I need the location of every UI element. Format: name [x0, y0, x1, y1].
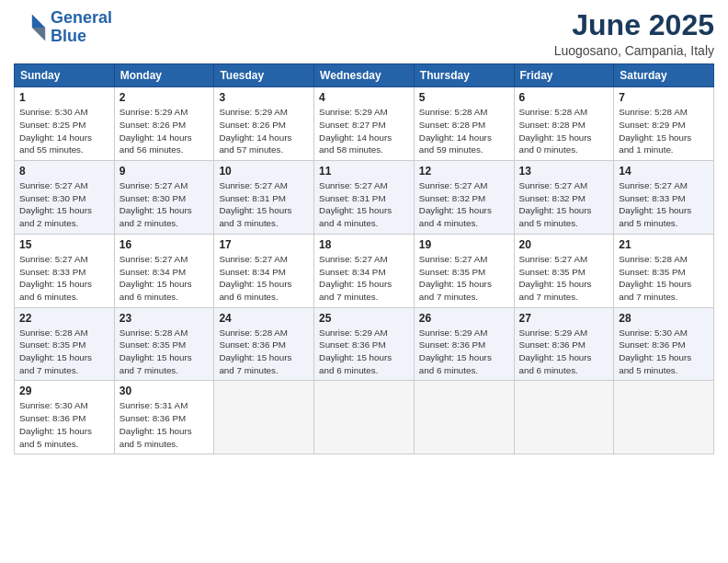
day-number: 28 [619, 312, 709, 325]
calendar-cell: 30Sunrise: 5:31 AM Sunset: 8:36 PM Dayli… [114, 381, 214, 454]
calendar-cell: 5Sunrise: 5:28 AM Sunset: 8:28 PM Daylig… [414, 87, 514, 161]
logo-icon [14, 11, 47, 44]
day-info: Sunrise: 5:29 AM Sunset: 8:36 PM Dayligh… [319, 327, 409, 377]
day-info: Sunrise: 5:27 AM Sunset: 8:34 PM Dayligh… [219, 253, 309, 304]
day-number: 4 [319, 91, 409, 104]
day-info: Sunrise: 5:30 AM Sunset: 8:25 PM Dayligh… [19, 106, 109, 156]
calendar-cell: 26Sunrise: 5:29 AM Sunset: 8:36 PM Dayli… [414, 307, 514, 381]
calendar-cell: 28Sunrise: 5:30 AM Sunset: 8:36 PM Dayli… [614, 307, 714, 381]
calendar-week-5: 29Sunrise: 5:30 AM Sunset: 8:36 PM Dayli… [15, 381, 714, 454]
day-number: 26 [419, 312, 509, 325]
day-number: 30 [119, 385, 210, 397]
calendar-header: SundayMondayTuesdayWednesdayThursdayFrid… [15, 64, 714, 87]
calendar-cell: 18Sunrise: 5:27 AM Sunset: 8:34 PM Dayli… [314, 234, 415, 307]
day-number: 1 [19, 91, 109, 104]
calendar-cell: 12Sunrise: 5:27 AM Sunset: 8:32 PM Dayli… [414, 161, 514, 235]
day-info: Sunrise: 5:28 AM Sunset: 8:28 PM Dayligh… [519, 106, 609, 156]
day-info: Sunrise: 5:28 AM Sunset: 8:28 PM Dayligh… [419, 106, 509, 156]
day-info: Sunrise: 5:27 AM Sunset: 8:30 PM Dayligh… [119, 179, 210, 230]
calendar-cell: 1Sunrise: 5:30 AM Sunset: 8:25 PM Daylig… [15, 87, 115, 161]
weekday-sunday: Sunday [15, 64, 115, 87]
calendar-week-1: 1Sunrise: 5:30 AM Sunset: 8:25 PM Daylig… [15, 87, 714, 161]
weekday-header-row: SundayMondayTuesdayWednesdayThursdayFrid… [15, 64, 714, 87]
day-number: 11 [319, 165, 409, 178]
calendar-cell: 4Sunrise: 5:29 AM Sunset: 8:27 PM Daylig… [314, 87, 415, 161]
weekday-friday: Friday [514, 64, 614, 87]
calendar-cell: 20Sunrise: 5:27 AM Sunset: 8:35 PM Dayli… [514, 234, 614, 307]
day-number: 19 [419, 238, 509, 251]
day-info: Sunrise: 5:27 AM Sunset: 8:32 PM Dayligh… [419, 179, 509, 230]
calendar-cell: 27Sunrise: 5:29 AM Sunset: 8:36 PM Dayli… [514, 307, 614, 381]
day-number: 15 [19, 238, 109, 251]
day-info: Sunrise: 5:27 AM Sunset: 8:31 PM Dayligh… [319, 179, 409, 230]
day-number: 14 [619, 165, 709, 178]
day-info: Sunrise: 5:27 AM Sunset: 8:35 PM Dayligh… [519, 253, 609, 304]
day-info: Sunrise: 5:29 AM Sunset: 8:27 PM Dayligh… [319, 106, 409, 156]
calendar-cell: 15Sunrise: 5:27 AM Sunset: 8:33 PM Dayli… [15, 234, 115, 307]
day-info: Sunrise: 5:28 AM Sunset: 8:36 PM Dayligh… [219, 327, 309, 377]
day-info: Sunrise: 5:27 AM Sunset: 8:34 PM Dayligh… [119, 253, 210, 304]
day-number: 6 [519, 91, 609, 104]
weekday-thursday: Thursday [414, 64, 514, 87]
day-number: 3 [219, 91, 309, 104]
month-title: June 2025 [554, 9, 714, 41]
svg-marker-0 [32, 14, 45, 27]
logo-line1: General [51, 8, 112, 27]
calendar-cell: 10Sunrise: 5:27 AM Sunset: 8:31 PM Dayli… [214, 161, 314, 235]
day-number: 2 [119, 91, 210, 104]
calendar-cell [314, 381, 415, 454]
calendar-cell: 24Sunrise: 5:28 AM Sunset: 8:36 PM Dayli… [214, 307, 314, 381]
weekday-tuesday: Tuesday [214, 64, 314, 87]
calendar-cell: 17Sunrise: 5:27 AM Sunset: 8:34 PM Dayli… [214, 234, 314, 307]
calendar-cell: 11Sunrise: 5:27 AM Sunset: 8:31 PM Dayli… [314, 161, 415, 235]
calendar-cell: 19Sunrise: 5:27 AM Sunset: 8:35 PM Dayli… [414, 234, 514, 307]
location-title: Luogosano, Campania, Italy [554, 43, 714, 58]
calendar-cell: 29Sunrise: 5:30 AM Sunset: 8:36 PM Dayli… [15, 381, 115, 454]
weekday-wednesday: Wednesday [314, 64, 415, 87]
day-number: 18 [319, 238, 409, 251]
calendar-cell: 16Sunrise: 5:27 AM Sunset: 8:34 PM Dayli… [114, 234, 214, 307]
day-info: Sunrise: 5:29 AM Sunset: 8:26 PM Dayligh… [119, 106, 210, 156]
weekday-saturday: Saturday [614, 64, 714, 87]
day-number: 9 [119, 165, 210, 178]
calendar-cell [614, 381, 714, 454]
calendar-cell: 22Sunrise: 5:28 AM Sunset: 8:35 PM Dayli… [15, 307, 115, 381]
calendar-body: 1Sunrise: 5:30 AM Sunset: 8:25 PM Daylig… [15, 87, 714, 454]
logo-line2: Blue [51, 27, 86, 45]
calendar-cell: 9Sunrise: 5:27 AM Sunset: 8:30 PM Daylig… [114, 161, 214, 235]
day-number: 7 [619, 91, 709, 104]
day-info: Sunrise: 5:27 AM Sunset: 8:34 PM Dayligh… [319, 253, 409, 304]
day-info: Sunrise: 5:27 AM Sunset: 8:33 PM Dayligh… [19, 253, 109, 304]
calendar-cell: 7Sunrise: 5:28 AM Sunset: 8:29 PM Daylig… [614, 87, 714, 161]
calendar-cell [214, 381, 314, 454]
day-info: Sunrise: 5:29 AM Sunset: 8:36 PM Dayligh… [519, 327, 609, 377]
day-number: 24 [219, 312, 309, 325]
calendar-week-2: 8Sunrise: 5:27 AM Sunset: 8:30 PM Daylig… [15, 161, 714, 235]
calendar-cell: 25Sunrise: 5:29 AM Sunset: 8:36 PM Dayli… [314, 307, 415, 381]
day-info: Sunrise: 5:29 AM Sunset: 8:36 PM Dayligh… [419, 327, 509, 377]
day-info: Sunrise: 5:28 AM Sunset: 8:35 PM Dayligh… [619, 253, 709, 304]
day-info: Sunrise: 5:27 AM Sunset: 8:33 PM Dayligh… [619, 179, 709, 230]
calendar-table: SundayMondayTuesdayWednesdayThursdayFrid… [14, 63, 714, 454]
calendar-cell [514, 381, 614, 454]
page: General Blue June 2025 Luogosano, Campan… [0, 0, 728, 563]
day-info: Sunrise: 5:30 AM Sunset: 8:36 PM Dayligh… [619, 327, 709, 377]
logo: General Blue [14, 9, 112, 46]
day-number: 17 [219, 238, 309, 251]
weekday-monday: Monday [114, 64, 214, 87]
day-number: 29 [19, 385, 109, 397]
calendar-cell: 2Sunrise: 5:29 AM Sunset: 8:26 PM Daylig… [114, 87, 214, 161]
day-number: 12 [419, 165, 509, 178]
header: General Blue June 2025 Luogosano, Campan… [14, 9, 714, 58]
day-number: 10 [219, 165, 309, 178]
day-info: Sunrise: 5:28 AM Sunset: 8:35 PM Dayligh… [119, 327, 210, 377]
day-number: 22 [19, 312, 109, 325]
calendar-cell: 13Sunrise: 5:27 AM Sunset: 8:32 PM Dayli… [514, 161, 614, 235]
calendar-cell: 14Sunrise: 5:27 AM Sunset: 8:33 PM Dayli… [614, 161, 714, 235]
calendar-week-3: 15Sunrise: 5:27 AM Sunset: 8:33 PM Dayli… [15, 234, 714, 307]
day-number: 25 [319, 312, 409, 325]
day-info: Sunrise: 5:27 AM Sunset: 8:31 PM Dayligh… [219, 179, 309, 230]
title-block: June 2025 Luogosano, Campania, Italy [554, 9, 714, 58]
day-number: 13 [519, 165, 609, 178]
calendar-cell: 23Sunrise: 5:28 AM Sunset: 8:35 PM Dayli… [114, 307, 214, 381]
